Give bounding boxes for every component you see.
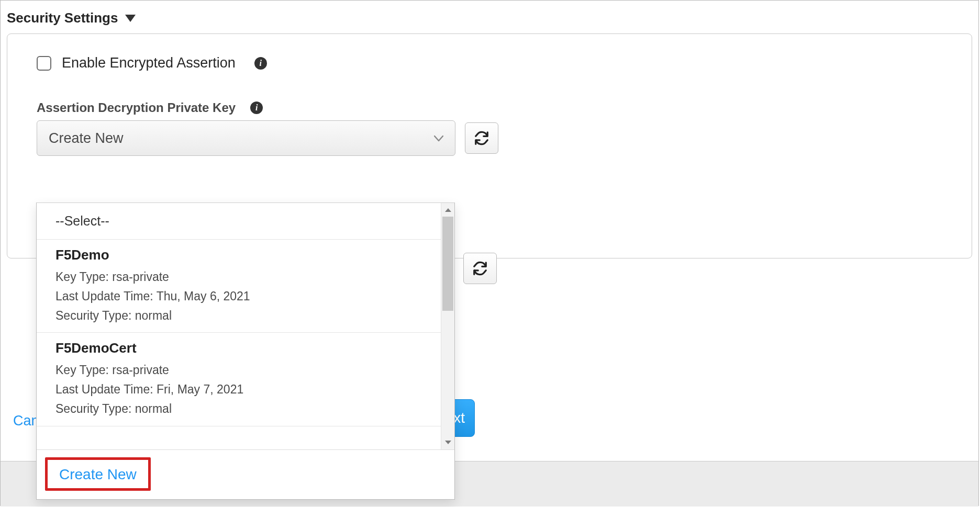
- dropdown-option-lastupdate: Last Update Time: Thu, May 6, 2021: [55, 287, 436, 306]
- caret-down-icon: [125, 15, 136, 22]
- assertion-key-label: Assertion Decryption Private Key: [37, 100, 236, 115]
- scrollbar-thumb[interactable]: [442, 217, 453, 311]
- section-header[interactable]: Security Settings: [1, 1, 978, 31]
- dropdown-option-keytype: Key Type: rsa-private: [55, 360, 436, 380]
- create-new-link[interactable]: Create New: [59, 466, 137, 482]
- assertion-key-label-row: Assertion Decryption Private Key i: [37, 100, 942, 115]
- cancel-link[interactable]: Can: [13, 413, 39, 429]
- scroll-up-icon[interactable]: [441, 203, 455, 217]
- refresh-icon: [472, 261, 488, 276]
- dropdown-option-title: F5Demo: [55, 247, 436, 263]
- dropdown-option-lastupdate: Last Update Time: Fri, May 7, 2021: [55, 380, 436, 399]
- dropdown-list: --Select-- F5Demo Key Type: rsa-private …: [37, 203, 454, 449]
- assertion-key-select-row: Create New: [37, 120, 942, 156]
- dropdown-option-securitytype: Security Type: normal: [55, 306, 436, 325]
- refresh-icon: [474, 130, 489, 146]
- dropdown-option[interactable]: F5DemoCert Key Type: rsa-private Last Up…: [37, 333, 454, 426]
- section-title: Security Settings: [7, 10, 118, 26]
- next-button-visible-text: xt: [453, 410, 465, 426]
- enable-encrypted-assertion-label: Enable Encrypted Assertion: [62, 55, 236, 71]
- assertion-key-dropdown: --Select-- F5Demo Key Type: rsa-private …: [36, 202, 455, 500]
- info-icon[interactable]: i: [250, 102, 263, 114]
- dropdown-scroll-area: --Select-- F5Demo Key Type: rsa-private …: [37, 203, 454, 449]
- enable-encrypted-assertion-row: Enable Encrypted Assertion i: [37, 55, 942, 71]
- assertion-key-select[interactable]: Create New: [37, 120, 455, 156]
- dropdown-footer: Create New: [37, 449, 454, 499]
- assertion-key-selected-value: Create New: [49, 130, 124, 147]
- enable-encrypted-assertion-checkbox[interactable]: [37, 56, 51, 71]
- dropdown-placeholder-text: --Select--: [55, 213, 109, 228]
- refresh-button[interactable]: [465, 122, 498, 154]
- dropdown-option-placeholder[interactable]: --Select--: [37, 203, 454, 240]
- chevron-down-icon: [434, 132, 443, 144]
- dropdown-scrollbar[interactable]: [441, 203, 454, 449]
- scroll-down-icon[interactable]: [441, 436, 455, 449]
- dropdown-option-title: F5DemoCert: [55, 340, 436, 356]
- refresh-button-secondary[interactable]: [463, 253, 497, 284]
- page-root: Security Settings Enable Encrypted Asser…: [0, 0, 979, 506]
- create-new-highlight-box: Create New: [45, 457, 151, 491]
- scrollbar-track[interactable]: [441, 217, 454, 436]
- dropdown-option-keytype: Key Type: rsa-private: [55, 267, 436, 287]
- info-icon[interactable]: i: [254, 57, 267, 70]
- dropdown-option-securitytype: Security Type: normal: [55, 399, 436, 419]
- dropdown-option-partial[interactable]: …: [37, 426, 454, 449]
- dropdown-option[interactable]: F5Demo Key Type: rsa-private Last Update…: [37, 240, 454, 333]
